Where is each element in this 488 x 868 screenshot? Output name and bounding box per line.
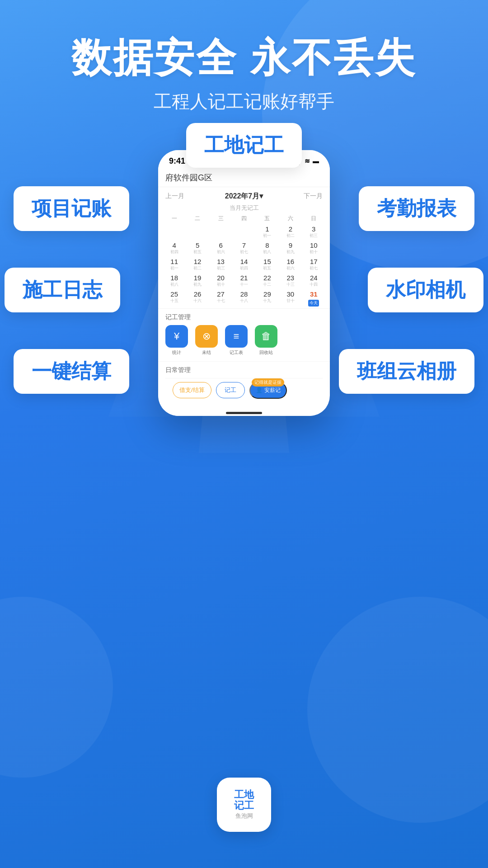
cal-day-3[interactable]: 3初三 <box>303 224 324 240</box>
feature-pill-right1[interactable]: 考勤报表 <box>359 186 474 231</box>
cal-day-27[interactable]: 27十七 <box>211 289 231 307</box>
cal-row-3: 11初一 12初二 13初三 14初四 15初五 16初六 17初七 <box>163 257 325 272</box>
cal-day-20[interactable]: 20初十 <box>211 273 231 288</box>
cal-day-30[interactable]: 30廿十 <box>280 289 301 307</box>
stats-label: 统计 <box>172 349 181 356</box>
calendar-grid: 一 二 三 四 五 六 日 1初一 2初二 3初三 <box>158 214 330 307</box>
trash-label: 回收站 <box>259 349 273 356</box>
cal-day-6[interactable]: 6初六 <box>211 241 231 256</box>
cal-day-12[interactable]: 12初二 <box>187 257 208 272</box>
cal-day-18[interactable]: 18初八 <box>164 273 185 288</box>
mgmt-icon-stats[interactable]: ¥ 统计 <box>165 325 188 356</box>
cal-day-21[interactable]: 21十一 <box>234 273 254 288</box>
feature-pill-left3[interactable]: 一键结算 <box>14 349 129 394</box>
cal-day-16[interactable]: 16初六 <box>280 257 301 272</box>
cal-row-1: 1初一 2初二 3初三 <box>163 224 325 240</box>
feature-pill-left1[interactable]: 项目记账 <box>14 186 129 231</box>
prev-month-btn[interactable]: 上一月 <box>165 192 184 200</box>
location-bar: 府软件园G区 <box>158 170 330 187</box>
cal-day-17[interactable]: 17初七 <box>303 257 324 272</box>
location-text: 府软件园G区 <box>165 173 212 182</box>
cal-day-1[interactable]: 1初一 <box>257 224 277 240</box>
bg-decoration-2 <box>307 597 488 823</box>
cal-row-4: 18初八 19初九 20初十 21十一 22十二 23十三 24十四 <box>163 273 325 288</box>
calendar-nav: 上一月 2022年7月▾ 下一月 <box>158 187 330 204</box>
cal-row-5: 25十五 26十六 27十七 28十八 29十九 30廿十 31 今天 <box>163 289 325 307</box>
record-work-button[interactable]: 记工 <box>216 382 245 398</box>
header: 数据安全 永不丢失 工程人记工记账好帮手 <box>0 0 488 114</box>
today-badge: 今天 <box>308 300 319 307</box>
daily-mgmt-section: 日常管理 借支/结算 记工 记得就是证据 👤 安薪记 <box>158 361 330 407</box>
app-logo-line1: 工地 <box>234 789 254 800</box>
cal-day-28[interactable]: 28十八 <box>234 289 254 307</box>
weekday-sat: 六 <box>280 214 301 223</box>
cal-row-2: 4初四 5初五 6初六 7初七 8初八 9初九 10初十 <box>163 241 325 256</box>
cal-day-29[interactable]: 29十九 <box>257 289 277 307</box>
cal-day-15[interactable]: 15初五 <box>257 257 277 272</box>
next-month-btn[interactable]: 下一月 <box>304 192 323 200</box>
feature-pill-left2[interactable]: 施工日志 <box>5 268 120 312</box>
mgmt-icon-unsettled[interactable]: ⊗ 未结 <box>195 325 218 356</box>
mgmt-icon-table[interactable]: ≡ 记工表 <box>225 325 248 356</box>
no-records-msg: 当月无记工 <box>158 204 330 214</box>
weekday-sun: 日 <box>303 214 324 223</box>
phone-mockup: 9:41 ▌▌ ≋ ▬ 府软件园G区 上一月 2022年7月▾ 下一月 当月无记… <box>158 150 330 416</box>
home-indicator <box>158 407 330 416</box>
battery-icon: ▬ <box>313 157 319 165</box>
borrow-settle-button[interactable]: 借支/结算 <box>173 382 211 398</box>
cal-day-2[interactable]: 2初二 <box>280 224 301 240</box>
cal-day-11[interactable]: 11初一 <box>164 257 185 272</box>
cal-day-26[interactable]: 26十六 <box>187 289 208 307</box>
home-bar <box>226 412 262 414</box>
cal-day-14[interactable]: 14初四 <box>234 257 254 272</box>
weekday-headers: 一 二 三 四 五 六 日 <box>163 214 325 223</box>
app-logo-line2: 记工 <box>234 800 254 811</box>
record-mgmt-section: 记工管理 ¥ 统计 ⊗ 未结 ≡ 记工表 🗑 <box>158 308 330 361</box>
cal-day-31-today[interactable]: 31 今天 <box>303 289 324 307</box>
bg-decoration-3 <box>0 597 113 778</box>
record-mgmt-icons: ¥ 统计 ⊗ 未结 ≡ 记工表 🗑 回收站 <box>165 325 323 356</box>
weekday-thu: 四 <box>234 214 254 223</box>
app-logo-subtext: 鱼泡网 <box>235 812 253 820</box>
weekday-fri: 五 <box>257 214 277 223</box>
weekday-mon: 一 <box>164 214 185 223</box>
cal-day-5[interactable]: 5初五 <box>187 241 208 256</box>
weekday-wed: 三 <box>211 214 231 223</box>
feature-pill-right3[interactable]: 班组云相册 <box>339 349 474 394</box>
anshinji-badge: 记得就是证据 <box>252 378 284 387</box>
mgmt-icon-trash[interactable]: 🗑 回收站 <box>255 325 277 356</box>
cal-day-8[interactable]: 8初八 <box>257 241 277 256</box>
feature-pill-top[interactable]: 工地记工 <box>186 123 302 168</box>
subtitle: 工程人记工记账好帮手 <box>0 89 488 114</box>
cal-day-9[interactable]: 9初九 <box>280 241 301 256</box>
table-label: 记工表 <box>230 349 243 356</box>
unsettled-icon-box: ⊗ <box>195 325 218 348</box>
cal-day-24[interactable]: 24十四 <box>303 273 324 288</box>
cal-day-13[interactable]: 13初三 <box>211 257 231 272</box>
cal-day-22[interactable]: 22十二 <box>257 273 277 288</box>
stats-icon-box: ¥ <box>165 325 188 348</box>
anshinji-icon: 👤 <box>256 387 263 393</box>
main-title: 数据安全 永不丢失 <box>0 36 488 80</box>
feature-pill-right2[interactable]: 水印相机 <box>368 268 483 312</box>
app-logo-area: 工地 记工 鱼泡网 <box>217 778 271 832</box>
weekday-tue: 二 <box>187 214 208 223</box>
cal-day-7[interactable]: 7初七 <box>234 241 254 256</box>
unsettled-label: 未结 <box>202 349 211 356</box>
daily-mgmt-title: 日常管理 <box>165 366 323 374</box>
phone-frame: 9:41 ▌▌ ≋ ▬ 府软件园G区 上一月 2022年7月▾ 下一月 当月无记… <box>158 150 330 416</box>
anshinji-button[interactable]: 记得就是证据 👤 安薪记 <box>249 382 287 399</box>
wifi-icon: ≋ <box>305 157 310 165</box>
current-month[interactable]: 2022年7月▾ <box>225 192 263 201</box>
cal-day-23[interactable]: 23十三 <box>280 273 301 288</box>
record-mgmt-title: 记工管理 <box>165 313 323 321</box>
features-area: 工地记工 项目记账 考勤报表 施工日志 水印相机 一键结算 班组云相册 9:41… <box>0 123 488 557</box>
anshinji-label: 安薪记 <box>264 387 281 394</box>
table-icon-box: ≡ <box>225 325 248 348</box>
cal-day-4[interactable]: 4初四 <box>164 241 185 256</box>
cal-day-10[interactable]: 10初十 <box>303 241 324 256</box>
trash-icon-box: 🗑 <box>255 325 277 348</box>
bottom-action-buttons: 借支/结算 记工 记得就是证据 👤 安薪记 <box>165 378 323 404</box>
cal-day-19[interactable]: 19初九 <box>187 273 208 288</box>
cal-day-25[interactable]: 25十五 <box>164 289 185 307</box>
